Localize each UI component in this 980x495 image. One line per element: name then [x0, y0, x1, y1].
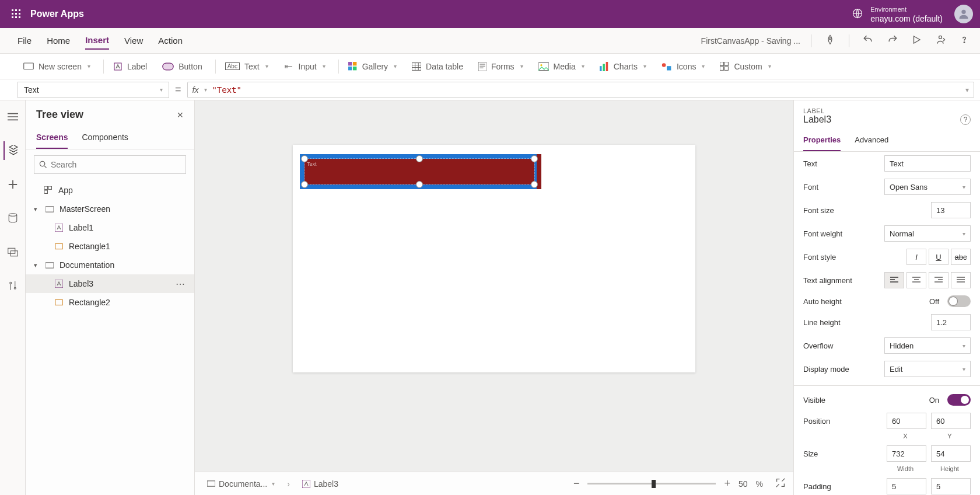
resize-handle[interactable]	[301, 181, 308, 188]
more-icon[interactable]: ⋯	[176, 278, 188, 290]
resize-handle[interactable]	[531, 181, 538, 188]
rail-treeview-icon[interactable]	[4, 141, 22, 160]
menu-file[interactable]: File	[18, 32, 32, 49]
menu-insert[interactable]: Insert	[85, 32, 109, 50]
insert-media-menu[interactable]: Media▾	[533, 58, 590, 75]
tree-app[interactable]: App	[26, 181, 194, 200]
zoom-in-button[interactable]: +	[724, 477, 730, 490]
chevron-down-icon[interactable]: ▾	[32, 205, 40, 213]
prop-displaymode-select[interactable]: Edit▾	[884, 361, 971, 377]
prop-visible-toggle[interactable]	[947, 394, 971, 406]
tree-screen-documentation[interactable]: ▾ Documentation	[26, 256, 194, 274]
insert-datatable-button[interactable]: Data table	[406, 58, 469, 75]
tree-label1-text: Label1	[69, 223, 188, 232]
prop-autoheight-toggle[interactable]	[947, 295, 971, 307]
prop-lineheight-label: Line height	[803, 318, 926, 327]
play-icon[interactable]	[911, 34, 922, 47]
insert-charts-menu[interactable]: Charts▾	[594, 58, 652, 75]
insert-datatable-label: Data table	[426, 62, 463, 71]
undo-icon[interactable]	[862, 34, 874, 47]
fontstyle-italic-button[interactable]: I	[907, 249, 926, 265]
zoom-slider[interactable]	[587, 483, 716, 484]
prop-size-h-input[interactable]: 54	[931, 445, 971, 462]
align-right-button[interactable]	[929, 272, 949, 288]
fontstyle-underline-button[interactable]: U	[929, 249, 949, 265]
tab-advanced[interactable]: Advanced	[855, 132, 888, 151]
prop-fontsize-input[interactable]: 13	[931, 202, 971, 218]
breadcrumb-screen[interactable]: Documenta... ▾	[203, 477, 279, 491]
insert-forms-menu[interactable]: Forms▾	[473, 58, 529, 75]
app-checker-icon[interactable]	[824, 34, 836, 47]
zoom-out-button[interactable]: −	[573, 477, 580, 490]
menu-action[interactable]: Action	[158, 32, 183, 49]
prop-padding-top-input[interactable]: 5	[887, 478, 926, 494]
tree-item-label3[interactable]: Label3 ⋯	[26, 274, 194, 293]
prop-font-select[interactable]: Open Sans▾	[884, 179, 971, 195]
insert-gallery-menu[interactable]: Gallery▾	[342, 58, 402, 75]
close-icon[interactable]: ✕	[177, 110, 184, 120]
waffle-icon[interactable]	[7, 5, 26, 23]
prop-padding-bottom-input[interactable]: 5	[931, 478, 971, 494]
canvas-screen[interactable]: Text	[293, 145, 695, 372]
resize-handle[interactable]	[301, 155, 308, 162]
treeview-search[interactable]	[34, 155, 186, 174]
resize-handle[interactable]	[416, 155, 423, 162]
tree-screen-masterscreen[interactable]: ▾ MasterScreen	[26, 200, 194, 218]
prop-overflow-select[interactable]: Hidden▾	[884, 337, 971, 354]
share-icon[interactable]	[935, 34, 946, 47]
prop-position-label: Position	[803, 417, 882, 426]
rail-insert-icon[interactable]	[4, 175, 22, 194]
svg-rect-48	[55, 299, 62, 305]
tab-components[interactable]: Components	[82, 129, 128, 149]
insert-label-button[interactable]: Label	[107, 58, 153, 75]
align-center-button[interactable]	[907, 272, 926, 288]
menu-view[interactable]: View	[124, 32, 143, 49]
canvas-label3-selected[interactable]: Text	[304, 159, 534, 184]
tab-screens[interactable]: Screens	[36, 129, 68, 149]
fontstyle-strike-button[interactable]: abc	[951, 249, 971, 265]
svg-rect-43	[46, 206, 54, 211]
fit-to-window-icon[interactable]	[776, 478, 785, 489]
breadcrumb-control[interactable]: Label3	[298, 477, 342, 491]
prop-fontweight-select[interactable]: Normal▾	[884, 225, 971, 242]
prop-lineheight-input[interactable]: 1.2	[931, 314, 971, 330]
user-avatar[interactable]	[954, 5, 973, 23]
canvas-area[interactable]: Text Documenta... ▾ › Label3 −	[195, 100, 793, 495]
rail-media-icon[interactable]	[4, 243, 22, 262]
rail-hamburger-icon[interactable]	[4, 107, 22, 126]
insert-input-menu[interactable]: Input▾	[278, 58, 331, 75]
environment-icon[interactable]	[852, 8, 863, 21]
help-icon[interactable]	[959, 34, 970, 47]
resize-handle[interactable]	[416, 181, 423, 188]
formula-input[interactable]: fx▾ "Text" ▾	[187, 82, 974, 98]
prop-position-x-input[interactable]: 60	[887, 413, 926, 429]
tree-item-rectangle2[interactable]: Rectangle2	[26, 293, 194, 312]
environment-picker[interactable]: Environment enayu.com (default)	[870, 5, 943, 23]
zoom-percent: %	[756, 479, 763, 489]
prop-text-input[interactable]: Text	[884, 155, 971, 172]
tree-item-label1[interactable]: Label1	[26, 218, 194, 237]
tab-properties[interactable]: Properties	[803, 132, 841, 151]
prop-position-y-input[interactable]: 60	[931, 413, 971, 429]
redo-icon[interactable]	[887, 34, 898, 47]
rail-tools-icon[interactable]	[4, 277, 22, 295]
new-screen-button[interactable]: New screen▾	[18, 58, 96, 75]
menu-home[interactable]: Home	[47, 32, 70, 49]
property-selector[interactable]: Text ▾	[18, 82, 169, 98]
panel-help-icon[interactable]: ?	[960, 114, 971, 125]
rail-data-icon[interactable]	[4, 209, 22, 228]
insert-custom-menu[interactable]: Custom▾	[714, 58, 776, 75]
chevron-down-icon[interactable]: ▾	[32, 262, 40, 269]
formula-expand-icon[interactable]: ▾	[965, 86, 969, 94]
svg-rect-22	[478, 62, 487, 71]
insert-text-menu[interactable]: Abc Text▾	[219, 58, 274, 75]
prop-size-w-input[interactable]: 732	[887, 445, 926, 462]
insert-icons-menu[interactable]: Icons▾	[656, 58, 710, 75]
resize-handle[interactable]	[531, 155, 538, 162]
tree-item-rectangle1[interactable]: Rectangle1	[26, 237, 194, 256]
insert-button-button[interactable]: Button	[156, 58, 208, 75]
treeview-search-input[interactable]	[51, 160, 181, 169]
align-left-button[interactable]	[884, 272, 904, 288]
tree-app-label: App	[58, 186, 188, 195]
align-justify-button[interactable]	[951, 272, 971, 288]
